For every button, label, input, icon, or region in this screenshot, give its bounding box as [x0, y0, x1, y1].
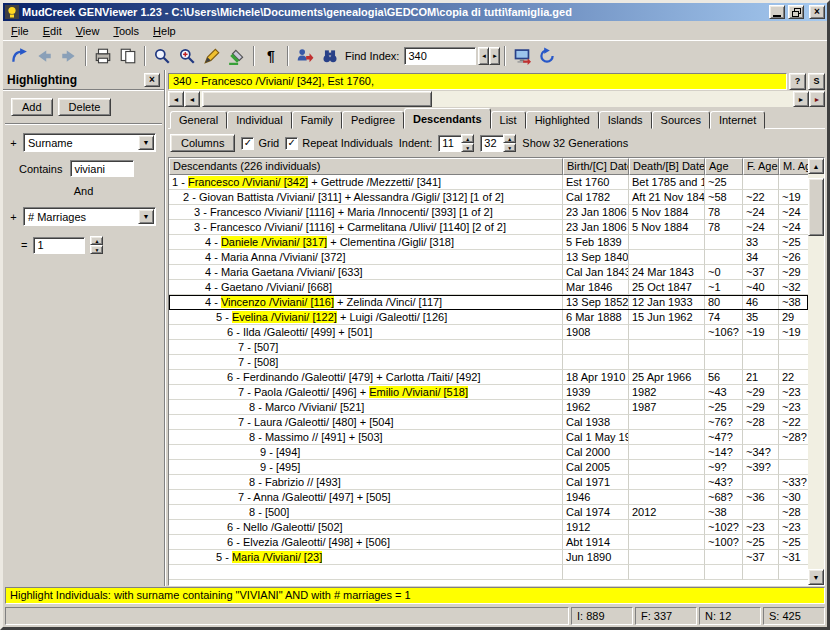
- columns-button[interactable]: Columns: [170, 134, 235, 152]
- delete-button[interactable]: Delete: [58, 98, 112, 116]
- table-row[interactable]: 8 - Massimo // [491] + [503]Cal 1 May 19…: [169, 430, 808, 445]
- scrollbar-thumb[interactable]: [808, 178, 824, 236]
- table-row[interactable]: 6 - Ilda /Galeotti/ [499] + [501]1908~10…: [169, 325, 808, 340]
- menu-view[interactable]: View: [69, 23, 107, 39]
- field-dropdown-surname[interactable]: Surname ▼: [23, 133, 156, 152]
- print-button[interactable]: [91, 44, 115, 68]
- column-header[interactable]: Birth/[C] Date: [563, 158, 629, 175]
- table-row[interactable]: 8 - Fabrizio // [493]Cal 1971~43?~33?: [169, 475, 808, 490]
- tab-list[interactable]: List: [491, 111, 526, 129]
- column-header[interactable]: Age: [705, 158, 743, 175]
- table-row[interactable]: 6 - Elvezia /Galeotti/ [498] + [506]Abt …: [169, 535, 808, 550]
- scrollbar-thumb[interactable]: [202, 91, 432, 107]
- contains-input[interactable]: [70, 160, 134, 177]
- spin-up-button[interactable]: ▲: [90, 236, 103, 245]
- minimize-button[interactable]: [769, 5, 785, 19]
- help-button[interactable]: ?: [789, 73, 806, 90]
- close-button[interactable]: ×: [809, 5, 825, 19]
- highlighting-close-button[interactable]: ×: [144, 73, 160, 87]
- menu-tools[interactable]: Tools: [106, 23, 146, 39]
- indent-value[interactable]: 11: [438, 135, 462, 152]
- column-header[interactable]: F. Age: [743, 158, 779, 175]
- spin-up-button[interactable]: ▲: [461, 134, 474, 143]
- table-row[interactable]: 1 - Francesco /Viviani/ [342] + Gettrude…: [169, 175, 808, 190]
- formatting-button[interactable]: ¶: [259, 44, 283, 68]
- column-header[interactable]: M. Age: [779, 158, 808, 175]
- scroll-right-button[interactable]: ►: [793, 91, 809, 107]
- tab-highlighted[interactable]: Highlighted: [526, 111, 599, 129]
- table-row[interactable]: 5 - Maria /Viviani/ [23]Jun 1890~37~31: [169, 550, 808, 565]
- tab-general[interactable]: General: [170, 111, 227, 129]
- highlighter-button[interactable]: [225, 44, 249, 68]
- scrollbar-track[interactable]: [808, 174, 824, 569]
- table-row[interactable]: 7 - Laura /Galeotti/ [480] + [504]Cal 19…: [169, 415, 808, 430]
- table-row[interactable]: 7 - [508]: [169, 355, 808, 370]
- chevron-down-icon[interactable]: ▼: [138, 209, 154, 224]
- refresh-button[interactable]: [535, 44, 559, 68]
- goto-individual-button[interactable]: [293, 44, 317, 68]
- table-row[interactable]: 4 - Maria Gaetana /Viviani/ [633]Cal Jan…: [169, 265, 808, 280]
- scroll-up-button[interactable]: ▲: [808, 158, 824, 174]
- spin-down-button[interactable]: ▼: [461, 143, 474, 152]
- scrollbar-track[interactable]: [200, 91, 793, 107]
- menu-file[interactable]: File: [4, 23, 36, 39]
- scroll-left-button[interactable]: ◄: [184, 91, 200, 107]
- scroll-far-left-button[interactable]: ◄: [168, 91, 184, 107]
- chevron-down-icon[interactable]: ▼: [138, 135, 154, 150]
- table-row[interactable]: 3 - Francesco /Viviani/ [1116] + Carmeli…: [169, 220, 808, 235]
- add-button[interactable]: Add: [11, 98, 53, 116]
- table-row[interactable]: [169, 565, 808, 580]
- restore-button[interactable]: [788, 5, 804, 19]
- column-header[interactable]: Death/[B] Date: [629, 158, 705, 175]
- table-row[interactable]: 9 - [494]Cal 2000~14?~34?: [169, 445, 808, 460]
- tab-sources[interactable]: Sources: [652, 111, 710, 129]
- zoom-highlight-button[interactable]: [175, 44, 199, 68]
- find-button[interactable]: [318, 44, 342, 68]
- find-index-input[interactable]: [404, 47, 476, 65]
- find-prev-button[interactable]: ◄: [478, 47, 489, 65]
- table-row[interactable]: 3 - Francesco /Viviani/ [1116] + Maria /…: [169, 205, 808, 220]
- scroll-down-button[interactable]: ▼: [808, 569, 824, 585]
- grid-checkbox[interactable]: ✓: [241, 137, 254, 150]
- table-row[interactable]: 9 - [495]Cal 2005~9?~39?: [169, 460, 808, 475]
- tab-pedigree[interactable]: Pedigree: [342, 111, 404, 129]
- tab-descendants[interactable]: Descendants: [404, 108, 490, 129]
- table-row[interactable]: 8 - [500]Cal 19742012~38~28: [169, 505, 808, 520]
- generations-value[interactable]: 32: [480, 135, 504, 152]
- find-next-button[interactable]: ►: [489, 47, 500, 65]
- table-row[interactable]: 6 - Ferdinando /Galeotti/ [479] + Carlot…: [169, 370, 808, 385]
- table-row[interactable]: 7 - Paola /Galeotti/ [496] + Emilio /Viv…: [169, 385, 808, 400]
- repeat-individuals-checkbox[interactable]: ✓: [285, 137, 298, 150]
- pen-button[interactable]: [200, 44, 224, 68]
- column-header[interactable]: Descendants (226 individuals): [169, 158, 563, 175]
- table-row[interactable]: 8 - Marco /Viviani/ [521]19621987~25~29~…: [169, 400, 808, 415]
- forward-button[interactable]: [57, 44, 81, 68]
- table-row[interactable]: 4 - Vincenzo /Viviani/ [116] + Zelinda /…: [169, 295, 808, 310]
- menu-help[interactable]: Help: [146, 23, 183, 39]
- equals-input[interactable]: [33, 237, 85, 254]
- menu-edit[interactable]: Edit: [36, 23, 69, 39]
- tab-islands[interactable]: Islands: [599, 111, 652, 129]
- spin-down-button[interactable]: ▼: [90, 245, 103, 254]
- spin-down-button[interactable]: ▼: [503, 143, 516, 152]
- tab-individual[interactable]: Individual: [227, 111, 291, 129]
- table-row[interactable]: 4 - Maria Anna /Viviani/ [372]13 Sep 184…: [169, 250, 808, 265]
- table-row[interactable]: 5 - Evelina /Viviani/ [122] + Luigi /Gal…: [169, 310, 808, 325]
- goto-index-button[interactable]: [7, 44, 31, 68]
- tab-family[interactable]: Family: [292, 111, 342, 129]
- tab-internet[interactable]: Internet: [710, 111, 765, 129]
- copy-button[interactable]: [116, 44, 140, 68]
- table-row[interactable]: 6 - Nello /Galeotti/ [502]1912~102?~23~2…: [169, 520, 808, 535]
- field-dropdown-marriages[interactable]: # Marriages ▼: [23, 207, 156, 226]
- table-row[interactable]: 2 - Giovan Battista /Viviani/ [311] + Al…: [169, 190, 808, 205]
- spouse-button[interactable]: S: [808, 73, 825, 90]
- table-row[interactable]: 4 - Daniele /Viviani/ [317] + Clementina…: [169, 235, 808, 250]
- table-row[interactable]: 4 - Gaetano /Viviani/ [668]Mar 184625 Oc…: [169, 280, 808, 295]
- back-button[interactable]: [32, 44, 56, 68]
- zoom-button[interactable]: [150, 44, 174, 68]
- spin-up-button[interactable]: ▲: [503, 134, 516, 143]
- table-row[interactable]: 7 - Anna /Galeotti/ [497] + [505]1946~68…: [169, 490, 808, 505]
- scroll-far-right-button[interactable]: ►: [809, 91, 825, 107]
- internet-button[interactable]: [510, 44, 534, 68]
- table-row[interactable]: 7 - [507]: [169, 340, 808, 355]
